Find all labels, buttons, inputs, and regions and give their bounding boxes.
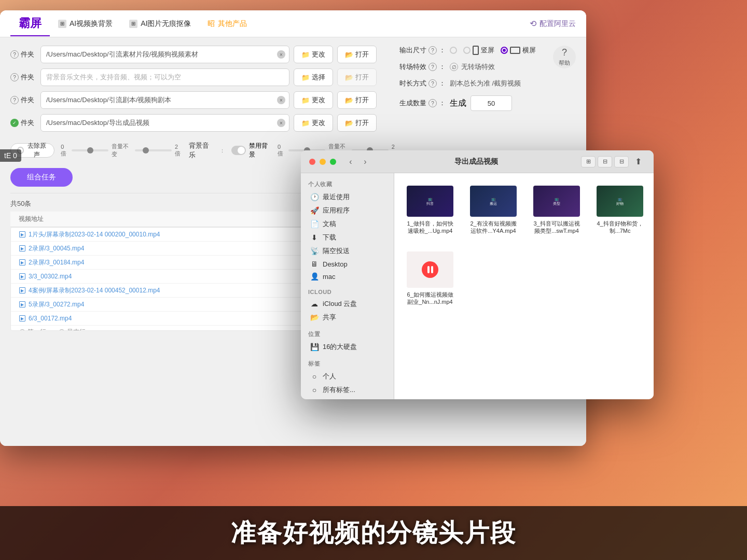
finder-forward-btn[interactable]: › (359, 156, 371, 168)
update-btn-4[interactable]: 📁 更改 (294, 114, 333, 132)
sidebar-tags-header: 标签 (301, 358, 394, 370)
clear-btn-4[interactable]: × (277, 119, 285, 127)
form-row-3: ? 件夹 /Users/mac/Desktop/引流剧本/视频狗剧本 × 📁 更… (10, 91, 399, 109)
finder-title: 导出成品视频 (376, 157, 577, 166)
question-icon-output: ? (428, 46, 437, 54)
open-btn-3[interactable]: 📂 打开 (337, 91, 377, 109)
volume-slider[interactable] (72, 149, 108, 151)
config-aliyun-btn[interactable]: ⟲ 配置阿里云 (530, 19, 576, 29)
update-btn-1[interactable]: 📁 更改 (294, 46, 333, 63)
disk-icon: 💾 (310, 343, 319, 351)
filename-1: 1_做抖音，如何快速吸粉_...Ug.mp4 (407, 220, 453, 235)
duration-row: 时长方式 ?： 剧本总长为准 /截剪视频 (399, 79, 576, 88)
sidebar-item-all-tags[interactable]: ○ 所有标签... (303, 383, 392, 397)
sidebar-item-apps[interactable]: 🚀 应用程序 (303, 204, 392, 217)
clear-btn-1[interactable]: × (277, 50, 285, 59)
open-folder-icon-2: 📂 (345, 74, 353, 81)
video-icon-6: ▶ (19, 301, 25, 307)
rocket-icon: 🚀 (310, 206, 319, 215)
sidebar-favorites: 个人收藏 🕐 最近使用 🚀 应用程序 📄 文稿 ⬇ 下载 (301, 178, 394, 283)
bgm-toggle[interactable]: 禁用背景 (231, 142, 271, 159)
traffic-light-minimize[interactable] (320, 159, 326, 165)
shared-icon: 📂 (310, 313, 319, 321)
config-icon: ⟲ (530, 19, 536, 29)
radio-vertical[interactable]: 竖屏 (463, 46, 494, 55)
sidebar-item-recent[interactable]: 🕐 最近使用 (303, 190, 392, 204)
form-area: ? 件夹 /Users/mac/Desktop/引流素材片段/视频狗视频素材 ×… (10, 46, 399, 164)
finder-back-btn[interactable]: ‹ (344, 156, 357, 168)
sidebar-item-mac[interactable]: 👤 mac (303, 270, 392, 283)
open-btn-2[interactable]: 📂 打开 (337, 68, 377, 86)
volume-slider-2[interactable] (135, 149, 172, 151)
clear-btn-3[interactable]: × (277, 96, 285, 104)
airdrop-icon: 📡 (310, 247, 319, 255)
finder-list-view-btn[interactable]: ⊟ (614, 156, 629, 167)
sidebar-item-personal-tag[interactable]: ○ 个人 (303, 370, 392, 383)
form-label-2: ? 件夹 (10, 73, 36, 82)
update-btn-3[interactable]: 📁 更改 (294, 91, 333, 109)
tab-ai-image[interactable]: ⊞ AI图片无痕抠像 (121, 15, 199, 33)
radio-empty[interactable] (450, 47, 457, 54)
select-btn-2[interactable]: 📁 选择 (294, 68, 333, 86)
filename-2: 2_有没有短视频搬运软件...Y4A.mp4 (470, 220, 517, 235)
open-btn-1[interactable]: 📂 打开 (337, 46, 377, 63)
sidebar-item-shared[interactable]: 📂 共享 (303, 311, 392, 324)
slider-thumb (87, 147, 93, 153)
finder-file-3[interactable]: 📺类型 3_抖音可以搬运视频类型...swT.mp4 (529, 181, 584, 239)
path-input-4[interactable]: /Users/mac/Desktop/导出成品视频 (40, 114, 289, 132)
tab-other-products[interactable]: 昭 其他产品 (199, 15, 255, 33)
vertical-screen-icon (473, 46, 479, 55)
finder-titlebar: ‹ › 导出成品视频 ⊞ ⊟ ⊟ ⬆ (301, 150, 654, 173)
form-row-1: ? 件夹 /Users/mac/Desktop/引流素材片段/视频狗视频素材 ×… (10, 46, 399, 63)
output-size-label: 输出尺寸 ?： (399, 46, 446, 55)
traffic-light-zoom[interactable] (330, 159, 336, 165)
transition-label: 转场特效 ?： (399, 62, 446, 72)
folder-icon-4: 📁 (301, 119, 310, 127)
first-row-btn[interactable]: ○ 第一行 (19, 328, 46, 331)
finder-file-1[interactable]: 📺抖音 1_做抖音，如何快速吸粉_...Ug.mp4 (403, 181, 458, 239)
icloud-icon: ☁ (310, 300, 319, 308)
video-icon-1: ▶ (19, 231, 25, 237)
sidebar-icloud-header: iCloud (301, 287, 394, 297)
sidebar-tags: 标签 ○ 个人 ○ 所有标签... (301, 358, 394, 397)
merge-tasks-btn[interactable]: 组合任务 (10, 168, 73, 187)
radio-vertical-circle (463, 47, 471, 54)
finder-file-5[interactable]: 6_如何搬运视频做副业_Nn...nJ.mp4 (403, 247, 458, 310)
radio-empty-circle (450, 47, 457, 54)
tab-ai-video-bg[interactable]: ⊞ AI视频换背景 (50, 15, 121, 33)
path-input-1[interactable]: /Users/mac/Desktop/引流素材片段/视频狗视频素材 (40, 46, 289, 63)
form-label-3: ? 件夹 (10, 95, 36, 105)
path-input-3[interactable]: /Users/mac/Desktop/引流剧本/视频狗剧本 (40, 91, 289, 109)
nav-logo[interactable]: 霸屏 (10, 11, 50, 36)
finder-grid-view-btn[interactable]: ⊞ (581, 156, 596, 167)
finder-file-grid: 📺抖音 1_做抖音，如何快速吸粉_...Ug.mp4 📺搬运 (403, 181, 645, 310)
output-size-row: 输出尺寸 ?： 竖屏 横屏 (399, 46, 576, 55)
duration-select[interactable]: 剧本总长为准 /截剪视频 (450, 79, 521, 88)
generate-count-input[interactable] (471, 95, 512, 111)
sidebar-item-harddisk[interactable]: 💾 16的大硬盘 (303, 340, 392, 354)
sidebar-item-icloud-drive[interactable]: ☁ iCloud 云盘 (303, 297, 392, 311)
desktop-icon: 🖥 (310, 260, 319, 268)
video-icon-7: ▶ (19, 315, 25, 321)
finder-share-btn[interactable]: ⬆ (631, 155, 645, 169)
sidebar-item-airdrop[interactable]: 📡 隔空投送 (303, 244, 392, 258)
sidebar-item-downloads[interactable]: ⬇ 下载 (303, 231, 392, 244)
sidebar-item-desktop[interactable]: 🖥 Desktop (303, 258, 392, 270)
finder-nav-buttons: ‹ › (344, 156, 371, 168)
path-input-2[interactable]: 背景音乐文件夹，支持音频、视频；可以为空 (40, 68, 289, 86)
nav-bar: 霸屏 ⊞ AI视频换背景 ⊞ AI图片无痕抠像 昭 其他产品 ⟲ 配置阿里云 (0, 10, 586, 37)
doc-icon: 📄 (310, 220, 319, 228)
finder-file-4[interactable]: 📺好物 4_抖音好物和货，制...7Mc (592, 181, 647, 239)
tag-all-icon: ○ (310, 386, 319, 394)
pause-bars (427, 266, 433, 273)
radio-horizontal[interactable]: 横屏 (501, 46, 536, 55)
last-row-btn[interactable]: ○ 最末行 (59, 328, 86, 331)
finder-file-2[interactable]: 📺搬运 2_有没有短视频搬运软件...Y4A.mp4 (466, 181, 521, 239)
finder-grid-view-btn-2[interactable]: ⊟ (598, 156, 612, 167)
sidebar-item-docs[interactable]: 📄 文稿 (303, 217, 392, 231)
output-size-options: 竖屏 横屏 (450, 46, 536, 55)
traffic-light-close[interactable] (309, 159, 315, 165)
clock-icon: 🕐 (310, 193, 319, 201)
open-btn-4[interactable]: 📂 打开 (337, 114, 377, 132)
radio-horizontal-circle (501, 47, 508, 54)
